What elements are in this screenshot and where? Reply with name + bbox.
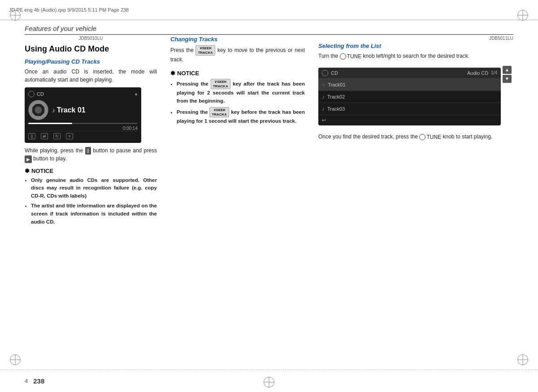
- sub-heading: Playing/Pausing CD Tracks: [25, 58, 157, 65]
- header-text: JD PE eng 4b (Audio).qxp 9/9/2015 5:11 P…: [9, 7, 129, 13]
- pause-button-icon: ||: [85, 147, 91, 155]
- cd-list-icon: [322, 70, 328, 76]
- notice-title-left: ✽ NOTICE: [25, 168, 157, 174]
- intro-text: Once an audio CD is inserted, the mode w…: [25, 68, 157, 84]
- col-right: JDB5011LU Selecting from the List Turn t…: [312, 36, 513, 367]
- cd-player-mockup: CD ● ♪ Track 01 0:00:14 || ⇌ ↻ ≡: [25, 87, 141, 143]
- cd-list-container: CD Audio CD 1/4 ○ Track01 ♪ Track02 ♪: [318, 64, 513, 129]
- cd-list-mockup: CD Audio CD 1/4 ○ Track01 ♪ Track02 ♪: [318, 68, 501, 125]
- cd-dot: ●: [134, 91, 138, 97]
- pause-icon[interactable]: ||: [28, 133, 35, 139]
- cd-row-icon-2: ♪: [322, 94, 325, 100]
- sel-intro2: knob left/right to search for the desire…: [363, 53, 469, 59]
- menu-icon[interactable]: ≡: [66, 133, 73, 139]
- shuffle-icon[interactable]: ⇌: [41, 133, 48, 139]
- notice-list-left: Only genuine audio CDs are supported. Ot…: [25, 177, 157, 226]
- tune-icon: TUNE: [340, 52, 362, 60]
- footer: 4 238: [0, 370, 538, 392]
- cd-note-icon: ♪: [52, 107, 55, 114]
- col-left: JDB5010LU Using Audio CD Mode Playing/Pa…: [25, 36, 164, 367]
- cd-list-back: ↩: [318, 115, 501, 125]
- footer-number: 4: [25, 378, 28, 384]
- notice-title-middle: ✽ NOTICE: [170, 70, 305, 77]
- cd-row-icon-1: ○: [322, 82, 325, 88]
- cd-time: 0:00:14: [28, 126, 138, 131]
- notice-label-middle: NOTICE: [177, 70, 199, 77]
- notice-list-middle: Pressing the ∨SEEK TRACK∧ key after the …: [170, 79, 305, 125]
- reg-circle-br: [517, 354, 528, 365]
- tune-label: TUNE: [347, 52, 362, 60]
- cd-controls: || ⇌ ↻ ≡: [28, 131, 138, 139]
- cd-arrow-down[interactable]: ▼: [503, 75, 512, 83]
- section-header: Features of your vehicle: [25, 25, 513, 35]
- footer-page: 238: [33, 377, 44, 385]
- seek-track-btn-3: ∨SEEK TRACK∧: [209, 107, 229, 117]
- notice-item-left-2: The artist and title information are dis…: [31, 202, 157, 226]
- cd-list-arrows: ▲ ▼: [501, 64, 513, 129]
- cd-progress-bar-container: [28, 123, 138, 124]
- tune-label-2: TUNE: [426, 133, 441, 141]
- repeat-icon[interactable]: ↻: [53, 133, 61, 139]
- tune-circle: [340, 53, 346, 60]
- doc-label-right: JDB5011LU: [318, 36, 513, 41]
- seek-track-btn-2: ∨SEEK TRACK∧: [211, 79, 230, 89]
- cd-row-track-1: Track01: [328, 82, 345, 87]
- sel-intro: Turn the: [318, 53, 338, 59]
- ni-m2-pre: Pressing the: [177, 109, 208, 115]
- cd-top-bar: CD ●: [28, 91, 138, 97]
- notice-box-middle: ✽ NOTICE Pressing the ∨SEEK TRACK∧ key a…: [170, 70, 305, 125]
- section-title: Features of your vehicle: [25, 25, 513, 35]
- cd-list-header-left: CD: [322, 70, 338, 76]
- selecting-heading: Selecting from the List: [318, 43, 513, 49]
- play-text2: button to play.: [33, 155, 67, 162]
- changing-tracks-heading: Changing Tracks: [170, 36, 305, 43]
- notice-box-left: ✽ NOTICE Only genuine audio CDs are supp…: [25, 168, 157, 226]
- cd-track-area: ♪ Track 01: [28, 100, 138, 120]
- tune-circle-2: [419, 134, 425, 140]
- cd-list-header-cd: CD: [331, 70, 338, 76]
- cd-list-header-right: Audio CD 1/4: [467, 70, 497, 76]
- cd-list-row-2[interactable]: ♪ Track02: [318, 91, 501, 103]
- header-bar: JD PE eng 4b (Audio).qxp 9/9/2015 5:11 P…: [0, 0, 538, 20]
- cd-track-info: ♪ Track 01: [52, 106, 86, 114]
- changing-tracks-intro: Press the ∨SEEK TRACK∧ key to move to th…: [170, 45, 305, 64]
- pause-play-text: While playing, press the || button to pa…: [25, 146, 157, 163]
- doc-label-left: JDB5010LU: [25, 36, 157, 41]
- cd-row-track-3: Track03: [327, 106, 345, 112]
- sel-outro2: knob to start playing.: [443, 134, 492, 140]
- selecting-intro: Turn the TUNE knob left/right to search …: [318, 52, 513, 60]
- cd-label: CD: [37, 91, 44, 97]
- reg-circle-bl: [10, 354, 21, 365]
- notice-asterisk-left: ✽: [25, 168, 30, 174]
- main-content: JDB5010LU Using Audio CD Mode Playing/Pa…: [25, 36, 513, 367]
- cd-list-row-1[interactable]: ○ Track01: [318, 79, 501, 91]
- notice-item-middle-2: Pressing the ∨SEEK TRACK∧ key before the…: [177, 107, 305, 125]
- ct-intro: Press the: [170, 47, 194, 53]
- ni-m1-pre: Pressing the: [177, 81, 208, 86]
- cd-arrow-up[interactable]: ▲: [503, 66, 512, 74]
- notice-item-left-1: Only genuine audio CDs are supported. Ot…: [31, 177, 157, 200]
- sel-outro: Once you find the desired track, press t…: [318, 134, 418, 140]
- pause-text2: button to pause and press: [93, 147, 157, 154]
- cd-list-row-3[interactable]: ♪ Track03: [318, 103, 501, 115]
- cd-icon-circle: [28, 91, 35, 97]
- col-middle: Changing Tracks Press the ∨SEEK TRACK∧ k…: [164, 36, 312, 367]
- cd-list-page: 1/4: [491, 70, 497, 75]
- cd-row-icon-3: ♪: [322, 106, 325, 112]
- cd-row-track-2: Track02: [327, 94, 345, 99]
- pause-text: While playing, press the: [25, 147, 83, 154]
- cd-top-left: CD: [28, 91, 44, 97]
- cd-list-audio-label: Audio CD: [467, 70, 488, 76]
- notice-asterisk-middle: ✽: [170, 70, 175, 77]
- cd-disc: [28, 100, 48, 120]
- main-heading: Using Audio CD Mode: [25, 44, 157, 54]
- cd-track-name: Track 01: [57, 106, 86, 114]
- cd-back-icon: ↩: [322, 117, 326, 123]
- cd-progress-bar: [28, 123, 72, 124]
- notice-item-middle-1: Pressing the ∨SEEK TRACK∧ key after the …: [177, 79, 305, 105]
- tune-icon-2: TUNE: [419, 133, 441, 141]
- seek-track-btn-1: ∨SEEK TRACK∧: [195, 45, 215, 56]
- play-button-icon: ▶: [25, 155, 32, 163]
- notice-label-left: NOTICE: [31, 168, 53, 174]
- cd-list-header: CD Audio CD 1/4: [318, 68, 501, 79]
